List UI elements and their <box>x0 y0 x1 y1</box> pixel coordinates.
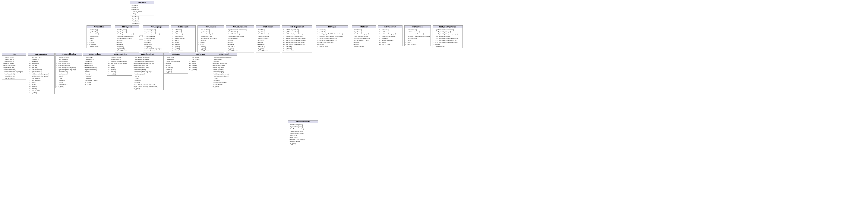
method-item: + setStatus() <box>172 29 195 31</box>
method-item: + getFields() <box>116 48 138 50</box>
method-item: + read() <box>133 77 163 79</box>
method-item: + setOpeningSystemName() <box>283 33 311 35</box>
method-item: + getOpeningSystemMinimum() <box>283 39 311 41</box>
method-item: + getPossibleSubElements() <box>434 29 462 31</box>
method-item: + save() <box>317 43 347 45</box>
method-item: + getKeyword() <box>3 58 25 60</box>
method-item: + and 41 more... <box>144 50 168 52</box>
method-item: + delete() <box>84 77 106 79</box>
uml-box-imd: IMD+ getGeneral()+ getKeyword()+ getLife… <box>2 53 26 80</box>
method-item: + read() <box>144 41 168 43</box>
method-item: + delete() <box>257 43 279 45</box>
method-item: + getStatus() <box>172 31 195 33</box>
box-title-imdlifecycle: IMDLifecycle <box>172 26 195 28</box>
method-item: + setLocationType() <box>198 33 223 35</box>
method-item: + getSourceLanguage() <box>379 35 402 37</box>
method-item: + and 21 more... <box>88 46 110 48</box>
method-item: + getDescriptionLanguage() <box>56 69 81 71</box>
method-item: + and 30 more... <box>353 46 375 48</box>
method-item: + setOpeningSystemMaximum() <box>283 41 311 43</box>
box-methods-imddescription: + setDescription()+ getDescription()+ se… <box>107 56 133 75</box>
method-item: + getTypicalLearningTimeSeconds() <box>133 85 163 88</box>
method-item: + getOpeningSystemMaximum() <box>283 43 311 45</box>
method-item: + addContribute() <box>172 37 195 39</box>
method-item: + read() <box>257 41 279 43</box>
method-item: + delete() <box>108 71 133 73</box>
uml-box-imdidentifier: IMDIdentifier+ setCatalog()+ getCatalog(… <box>87 25 111 48</box>
uml-box-imdkeyword: IMDKeyword+ setKeyword()+ getKeyword()+ … <box>115 25 139 53</box>
method-item: + setLearningResourceType() <box>133 62 163 65</box>
method-item: + setLanguage() <box>227 37 253 39</box>
method-item: + setDescription() <box>3 69 25 71</box>
method-item: + NAXML() <box>289 136 317 138</box>
method-item: + setInteractivityType() <box>133 65 163 67</box>
method-item: + save() <box>189 60 212 62</box>
uml-box-imdeducational: IMDEducational+ getTypicalAgeRange()+ se… <box>132 53 164 90</box>
method-item: + delete() <box>56 81 81 83</box>
method-item: + update() <box>29 85 54 88</box>
box-title-imdcontribute: IMDContribute <box>83 53 107 56</box>
box-methods-imdentity: + setEntry()+ getEntry()+ setEntryLangua… <box>164 56 188 73</box>
method-item: + addRequirement() <box>289 130 317 132</box>
method-item: + setDescriptionLanguage() <box>3 71 25 73</box>
method-item: + addEntity() <box>84 58 106 60</box>
method-item: + setDescription() <box>133 69 163 71</box>
box-title-imdtaxon: IMDTaxon <box>352 26 376 28</box>
uml-box-imdrights: IMDRights+ setCosts()+ getCosts()+ setCo… <box>316 25 348 48</box>
box-methods-imdtaxon: + setTaxon()+ getTaxon()+ setTaxonLangua… <box>352 28 376 48</box>
method-item: + getOpeningSystemName() <box>283 35 311 37</box>
method-item: + setLanguageCode() <box>353 39 375 41</box>
method-item: + getVersion() <box>172 35 195 37</box>
method-item: + setDescriptionLanguage() <box>108 60 133 62</box>
method-item: + save() <box>227 39 253 41</box>
method-item: + _getid() <box>84 83 106 85</box>
method-item: + getTaxonPath() <box>29 56 54 58</box>
method-item: + setKeywordLanguage() <box>116 33 138 35</box>
box-title-imdrights: IMDRights <box>316 26 348 28</box>
method-item: + getCatalog() <box>88 31 110 33</box>
box-title-imdtechnical: IMDTechnical <box>405 26 431 28</box>
method-item: + delete() <box>144 43 168 45</box>
method-item: + getPurpose() <box>56 60 81 62</box>
method-item: + setLocation() <box>198 29 223 31</box>
method-item: + setTitle() <box>212 60 236 62</box>
method-item: + delete() <box>172 43 195 45</box>
method-item: + toXML() <box>198 39 223 41</box>
method-item: + read() <box>88 39 110 41</box>
method-item: + getTaxonPath() <box>56 56 81 58</box>
box-methods-imdgeneral: + getPossibleSubElements()+ getIdentifie… <box>211 56 237 88</box>
method-item: + and 21 more... <box>257 50 279 52</box>
method-item: + and 30 more... <box>29 90 54 92</box>
method-item: + save() <box>164 62 187 65</box>
method-item: + save() <box>257 39 279 41</box>
method-item: + getSource() <box>379 31 402 33</box>
box-methods-imdclassification: + getTaxonPath()+ setPurpose()+ getPurpo… <box>56 56 82 88</box>
method-item: + addContribute() <box>227 33 253 35</box>
method-item: + setKindCode() <box>257 33 279 35</box>
diagram-container: IMDBase• Bdq_id• Bdq_xl• Bdq_type• Bscad… <box>0 0 868 207</box>
method-item: + getIdentifier() <box>88 35 110 37</box>
method-item: + getLocationType() <box>198 35 223 37</box>
method-item: + setPurpose() <box>29 77 54 79</box>
method-item: + setDate() <box>29 65 54 67</box>
method-item: + save() <box>198 41 223 43</box>
box-title-imdlocation: IMDLocation <box>198 26 224 28</box>
box-methods-imdrelation: + setKind()+ getKind()+ setKindCode()+ a… <box>256 28 280 52</box>
method-item: + getKeywordLanguage() <box>116 35 138 37</box>
method-item: + _getid() <box>227 48 253 50</box>
method-item: + getDescription() <box>84 69 106 71</box>
method-item: + toXML() <box>212 79 236 81</box>
box-fields-imdbase: • Bdq_id• Bdq_xl• Bdq_type• Bscad_mode• … <box>130 4 154 15</box>
method-item: + getDescriptionLanguage() <box>108 62 133 65</box>
method-item: + getDescriptionLanguage() <box>29 75 54 77</box>
method-item: + setDescription() <box>84 67 106 69</box>
method-item: + setCosts() <box>317 29 347 31</box>
method-item: + addLanguage() <box>212 67 236 69</box>
uml-box-imdformat: IMDFormat+ setFormat()+ getFormat()+ sav… <box>188 53 213 71</box>
method-item: + getDescriptionLanguage() <box>317 39 347 41</box>
method-item: + and 34 more... <box>283 50 311 52</box>
method-item: + setMetaDataSchema() <box>227 35 253 37</box>
method-item: + setOrCompositeId() <box>283 29 311 31</box>
box-title-imdgeneral: IMDGeneral <box>211 53 237 56</box>
uml-box-ieetypicalagerange: IEETypicalAgeRange+ getPossibleSubElemen… <box>433 25 463 48</box>
